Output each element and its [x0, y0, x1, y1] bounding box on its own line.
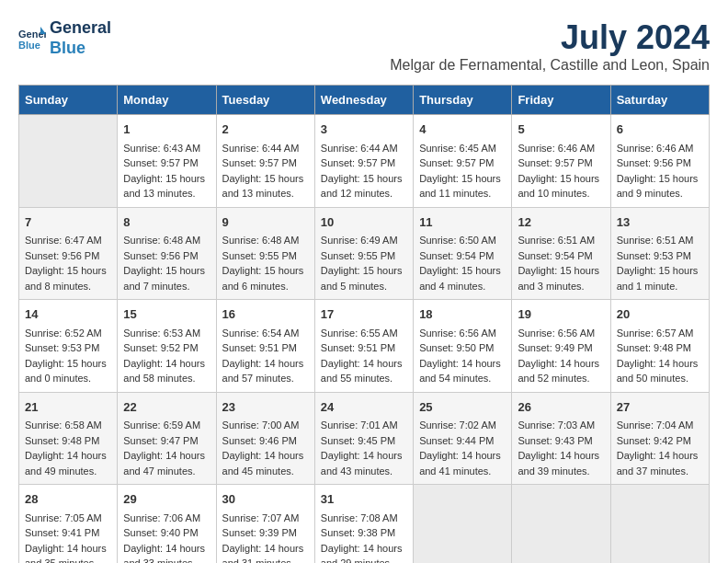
calendar-cell: 24Sunrise: 7:01 AMSunset: 9:45 PMDayligh…	[314, 392, 413, 485]
title-section: July 2024 Melgar de Fernamental, Castill…	[390, 18, 710, 74]
cell-content: 13Sunrise: 6:51 AMSunset: 9:53 PMDayligh…	[617, 213, 703, 294]
day-number: 20	[617, 305, 703, 324]
sunset-label: Sunset: 9:53 PM	[25, 342, 99, 353]
sunset-label: Sunset: 9:57 PM	[518, 157, 592, 168]
calendar-cell: 7Sunrise: 6:47 AMSunset: 9:56 PMDaylight…	[19, 207, 118, 300]
day-number: 29	[123, 490, 210, 509]
cell-content: 24Sunrise: 7:01 AMSunset: 9:45 PMDayligh…	[321, 398, 407, 479]
sunset-label: Sunset: 9:56 PM	[123, 250, 198, 261]
weekday-header: Thursday	[414, 86, 512, 115]
calendar-cell: 4Sunrise: 6:45 AMSunset: 9:57 PMDaylight…	[414, 115, 512, 208]
sunset-label: Sunset: 9:57 PM	[222, 157, 297, 168]
cell-content: 23Sunrise: 7:00 AMSunset: 9:46 PMDayligh…	[222, 398, 309, 479]
sunrise-label: Sunrise: 6:55 AM	[321, 327, 398, 339]
cell-content: 8Sunrise: 6:48 AMSunset: 9:56 PMDaylight…	[123, 213, 210, 294]
weekday-header: Monday	[118, 86, 216, 115]
calendar-cell: 11Sunrise: 6:50 AMSunset: 9:54 PMDayligh…	[414, 207, 512, 300]
sunset-label: Sunset: 9:56 PM	[617, 157, 691, 168]
day-number: 17	[321, 305, 407, 324]
calendar-cell: 30Sunrise: 7:07 AMSunset: 9:39 PMDayligh…	[216, 485, 314, 564]
sunset-label: Sunset: 9:48 PM	[25, 435, 99, 446]
calendar-cell: 26Sunrise: 7:03 AMSunset: 9:43 PMDayligh…	[512, 392, 610, 485]
sunrise-label: Sunrise: 7:02 AM	[419, 419, 496, 431]
calendar-cell: 10Sunrise: 6:49 AMSunset: 9:55 PMDayligh…	[314, 207, 413, 300]
daylight-label: Daylight: 14 hours and 37 minutes.	[617, 450, 699, 477]
day-number: 8	[123, 213, 210, 232]
calendar-cell	[512, 485, 610, 564]
day-number: 22	[123, 398, 210, 417]
calendar-cell: 13Sunrise: 6:51 AMSunset: 9:53 PMDayligh…	[610, 207, 709, 300]
calendar-cell: 31Sunrise: 7:08 AMSunset: 9:38 PMDayligh…	[314, 485, 413, 564]
sunrise-label: Sunrise: 7:01 AM	[321, 419, 398, 431]
weekday-header: Tuesday	[216, 86, 314, 115]
day-number: 25	[419, 398, 506, 417]
weekday-header: Wednesday	[314, 86, 413, 115]
day-number: 6	[617, 121, 703, 139]
sunrise-label: Sunrise: 6:59 AM	[123, 419, 200, 431]
sunrise-label: Sunrise: 6:48 AM	[222, 235, 300, 246]
daylight-label: Daylight: 15 hours and 12 minutes.	[321, 173, 403, 200]
sunset-label: Sunset: 9:46 PM	[222, 435, 297, 446]
sunrise-label: Sunrise: 7:07 AM	[222, 512, 300, 523]
day-number: 24	[321, 398, 407, 417]
sunrise-label: Sunrise: 6:50 AM	[419, 235, 496, 246]
logo-text: GeneralBlue	[50, 18, 111, 58]
cell-content: 29Sunrise: 7:06 AMSunset: 9:40 PMDayligh…	[123, 490, 210, 563]
cell-content: 17Sunrise: 6:55 AMSunset: 9:51 PMDayligh…	[321, 305, 407, 386]
sunset-label: Sunset: 9:44 PM	[419, 435, 494, 446]
calendar-cell: 20Sunrise: 6:57 AMSunset: 9:48 PMDayligh…	[610, 300, 709, 393]
daylight-label: Daylight: 14 hours and 49 minutes.	[25, 450, 107, 477]
daylight-label: Daylight: 15 hours and 4 minutes.	[419, 265, 501, 292]
sunrise-label: Sunrise: 7:00 AM	[222, 419, 300, 431]
day-number: 23	[222, 398, 309, 417]
sunset-label: Sunset: 9:50 PM	[419, 342, 494, 353]
daylight-label: Daylight: 14 hours and 50 minutes.	[617, 358, 699, 385]
sunset-label: Sunset: 9:47 PM	[123, 435, 198, 446]
cell-content: 25Sunrise: 7:02 AMSunset: 9:44 PMDayligh…	[419, 398, 506, 479]
day-number: 19	[518, 305, 604, 324]
weekday-header: Friday	[512, 86, 610, 115]
day-number: 2	[222, 121, 309, 139]
calendar-cell: 16Sunrise: 6:54 AMSunset: 9:51 PMDayligh…	[216, 300, 314, 393]
sunset-label: Sunset: 9:42 PM	[617, 435, 691, 446]
calendar-cell: 29Sunrise: 7:06 AMSunset: 9:40 PMDayligh…	[118, 485, 216, 564]
sunrise-label: Sunrise: 6:48 AM	[123, 235, 200, 246]
cell-content: 28Sunrise: 7:05 AMSunset: 9:41 PMDayligh…	[25, 490, 111, 563]
day-number: 27	[617, 398, 703, 417]
sunset-label: Sunset: 9:40 PM	[123, 527, 198, 538]
sunrise-label: Sunrise: 6:54 AM	[222, 327, 300, 339]
daylight-label: Daylight: 15 hours and 13 minutes.	[222, 173, 304, 200]
weekday-header: Saturday	[610, 86, 709, 115]
sunset-label: Sunset: 9:45 PM	[321, 435, 395, 446]
sunrise-label: Sunrise: 6:56 AM	[518, 327, 595, 339]
day-number: 18	[419, 305, 506, 324]
sunrise-label: Sunrise: 6:46 AM	[518, 143, 595, 154]
daylight-label: Daylight: 15 hours and 5 minutes.	[321, 265, 403, 292]
cell-content: 7Sunrise: 6:47 AMSunset: 9:56 PMDaylight…	[25, 213, 111, 294]
calendar-cell	[610, 485, 709, 564]
sunrise-label: Sunrise: 6:52 AM	[25, 327, 102, 339]
cell-content: 21Sunrise: 6:58 AMSunset: 9:48 PMDayligh…	[25, 398, 111, 479]
day-number: 7	[25, 213, 111, 232]
day-number: 5	[518, 121, 604, 139]
sunset-label: Sunset: 9:55 PM	[222, 250, 297, 261]
cell-content: 31Sunrise: 7:08 AMSunset: 9:38 PMDayligh…	[321, 490, 407, 563]
calendar-subtitle: Melgar de Fernamental, Castille and Leon…	[390, 57, 710, 74]
calendar-week-row: 1Sunrise: 6:43 AMSunset: 9:57 PMDaylight…	[19, 115, 710, 208]
daylight-label: Daylight: 14 hours and 47 minutes.	[123, 450, 205, 477]
day-number: 11	[419, 213, 506, 232]
daylight-label: Daylight: 14 hours and 39 minutes.	[518, 450, 599, 477]
cell-content: 5Sunrise: 6:46 AMSunset: 9:57 PMDaylight…	[518, 121, 604, 201]
sunrise-label: Sunrise: 6:58 AM	[25, 419, 102, 431]
cell-content: 10Sunrise: 6:49 AMSunset: 9:55 PMDayligh…	[321, 213, 407, 294]
daylight-label: Daylight: 14 hours and 57 minutes.	[222, 358, 304, 385]
sunset-label: Sunset: 9:41 PM	[25, 527, 99, 538]
calendar-cell: 14Sunrise: 6:52 AMSunset: 9:53 PMDayligh…	[19, 300, 118, 393]
logo: General Blue GeneralBlue	[18, 18, 111, 58]
daylight-label: Daylight: 15 hours and 9 minutes.	[617, 173, 699, 200]
sunrise-label: Sunrise: 7:03 AM	[518, 419, 595, 431]
daylight-label: Daylight: 14 hours and 43 minutes.	[321, 450, 403, 477]
cell-content: 3Sunrise: 6:44 AMSunset: 9:57 PMDaylight…	[321, 121, 407, 201]
sunset-label: Sunset: 9:43 PM	[518, 435, 592, 446]
sunrise-label: Sunrise: 7:06 AM	[123, 512, 200, 523]
